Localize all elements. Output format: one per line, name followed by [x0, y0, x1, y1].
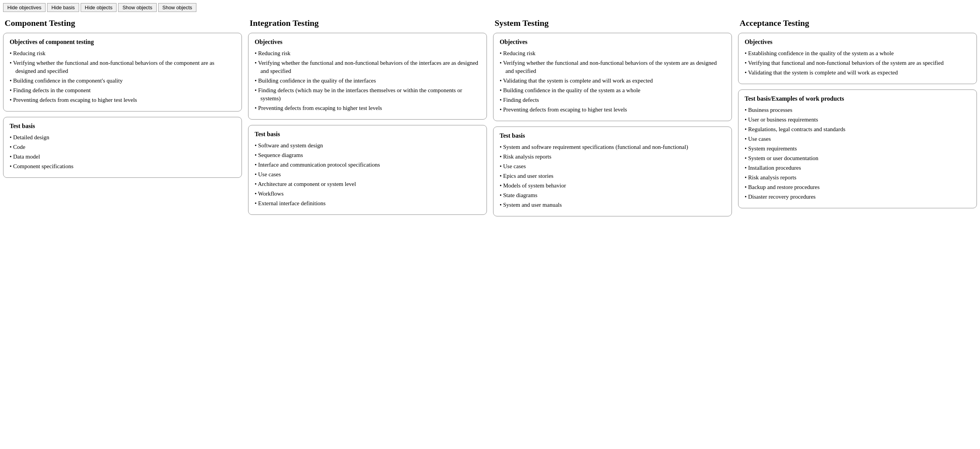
card-title-comp-basis: Test basis [10, 123, 235, 130]
list-item: State diagrams [500, 191, 725, 199]
list-item: Reducing risk [500, 49, 725, 57]
list-item: User or business requirements [745, 116, 970, 124]
card-comp-basis: Test basisDetailed designCodeData modelC… [3, 117, 242, 178]
card-int-basis: Test basisSoftware and system designSequ… [248, 125, 487, 215]
list-item: Verifying whether the functional and non… [10, 59, 235, 75]
list-item: Risk analysis reports [745, 174, 970, 182]
toolbar-button-0[interactable]: Hide objectives [3, 3, 46, 12]
list-item: Use cases [500, 162, 725, 170]
list-item: Detailed design [10, 133, 235, 142]
card-list-int-objectives: Reducing riskVerifying whether the funct… [255, 49, 480, 112]
list-item: Building confidence in the quality of th… [255, 77, 480, 85]
list-item: Backup and restore procedures [745, 183, 970, 191]
card-title-int-objectives: Objectives [255, 39, 480, 46]
card-list-acc-basis: Business processesUser or business requi… [745, 106, 970, 201]
list-item: Interface and communication protocol spe… [255, 161, 480, 169]
card-title-comp-objectives: Objectives of component testing [10, 39, 235, 46]
list-item: System and user manuals [500, 201, 725, 209]
card-title-int-basis: Test basis [255, 131, 480, 138]
columns-container: Component TestingObjectives of component… [3, 18, 977, 222]
toolbar-button-3[interactable]: Show objects [118, 3, 156, 12]
list-item: Verifying whether the functional and non… [255, 59, 480, 75]
list-item: Finding defects in the component [10, 86, 235, 95]
column-header-system: System Testing [493, 18, 732, 28]
list-item: Preventing defects from escaping to high… [500, 106, 725, 114]
list-item: Verifying whether the functional and non… [500, 59, 725, 75]
list-item: Regulations, legal contracts and standar… [745, 125, 970, 133]
list-item: Establishing confidence in the quality o… [745, 49, 970, 57]
card-title-acc-basis: Test basis/Examples of work products [745, 95, 970, 102]
list-item: Data model [10, 153, 235, 161]
card-int-objectives: ObjectivesReducing riskVerifying whether… [248, 33, 487, 120]
list-item: Business processes [745, 106, 970, 114]
card-acc-basis: Test basis/Examples of work productsBusi… [738, 89, 977, 208]
list-item: Validating that the system is complete a… [500, 77, 725, 85]
list-item: Finding defects [500, 96, 725, 104]
list-item: Installation procedures [745, 164, 970, 172]
list-item: System or user documentation [745, 154, 970, 162]
card-title-sys-objectives: Objectives [500, 39, 725, 46]
list-item: System requirements [745, 145, 970, 153]
list-item: Verifying that functional and non-functi… [745, 59, 970, 67]
list-item: Reducing risk [10, 49, 235, 57]
list-item: Architecture at component or system leve… [255, 180, 480, 188]
column-system: System TestingObjectivesReducing riskVer… [493, 18, 732, 222]
toolbar: Hide objectivesHide basisHide objectsSho… [3, 3, 977, 12]
card-acc-objectives: ObjectivesEstablishing confidence in the… [738, 33, 977, 84]
list-item: Building confidence in the quality of th… [500, 86, 725, 95]
list-item: Workflows [255, 190, 480, 198]
list-item: Reducing risk [255, 49, 480, 57]
list-item: Disaster recovery procedures [745, 193, 970, 201]
list-item: Finding defects (which may be in the int… [255, 86, 480, 103]
card-list-sys-objectives: Reducing riskVerifying whether the funct… [500, 49, 725, 114]
card-list-sys-basis: System and software requirement specific… [500, 143, 725, 209]
column-header-component: Component Testing [3, 18, 242, 28]
list-item: Preventing defects from escaping to high… [255, 104, 480, 112]
list-item: Epics and user stories [500, 172, 725, 180]
card-sys-objectives: ObjectivesReducing riskVerifying whether… [493, 33, 732, 121]
list-item: Preventing defects from escaping to high… [10, 96, 235, 104]
card-title-acc-objectives: Objectives [745, 39, 970, 46]
toolbar-button-2[interactable]: Hide objects [81, 3, 117, 12]
toolbar-button-4[interactable]: Show objects [158, 3, 196, 12]
list-item: Code [10, 143, 235, 151]
card-list-int-basis: Software and system designSequence diagr… [255, 142, 480, 208]
column-header-acceptance: Acceptance Testing [738, 18, 977, 28]
list-item: Software and system design [255, 142, 480, 150]
toolbar-button-1[interactable]: Hide basis [47, 3, 79, 12]
list-item: System and software requirement specific… [500, 143, 725, 151]
column-integration: Integration TestingObjectivesReducing ri… [248, 18, 487, 222]
card-list-comp-basis: Detailed designCodeData modelComponent s… [10, 133, 235, 170]
card-comp-objectives: Objectives of component testingReducing … [3, 33, 242, 111]
column-header-integration: Integration Testing [248, 18, 487, 28]
list-item: Use cases [745, 135, 970, 143]
column-acceptance: Acceptance TestingObjectivesEstablishing… [738, 18, 977, 222]
list-item: External interface definitions [255, 199, 480, 208]
card-title-sys-basis: Test basis [500, 132, 725, 139]
list-item: Sequence diagrams [255, 151, 480, 159]
list-item: Risk analysis reports [500, 153, 725, 161]
list-item: Models of system behavior [500, 182, 725, 190]
list-item: Component specifications [10, 162, 235, 170]
list-item: Building confidence in the component's q… [10, 77, 235, 85]
column-component: Component TestingObjectives of component… [3, 18, 242, 222]
card-sys-basis: Test basisSystem and software requiremen… [493, 127, 732, 216]
list-item: Validating that the system is complete a… [745, 69, 970, 77]
card-list-comp-objectives: Reducing riskVerifying whether the funct… [10, 49, 235, 104]
list-item: Use cases [255, 170, 480, 179]
card-list-acc-objectives: Establishing confidence in the quality o… [745, 49, 970, 77]
